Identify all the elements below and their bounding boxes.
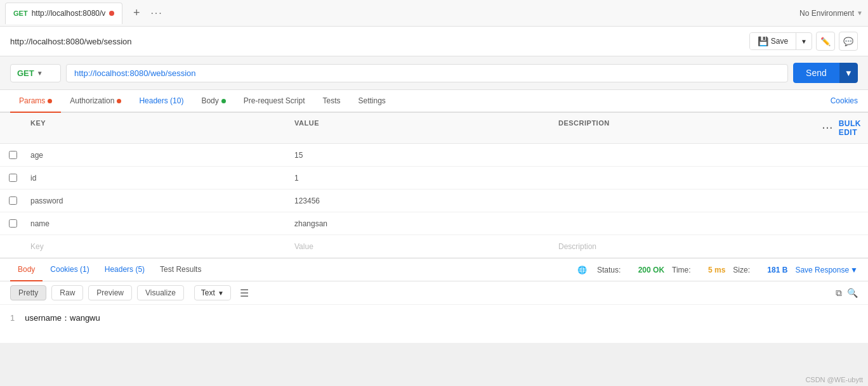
row-key-1[interactable]: age: [25, 147, 289, 164]
text-format-label: Text: [201, 288, 215, 297]
save-chevron-icon: ▼: [801, 38, 807, 45]
wrap-lines-button[interactable]: ☰: [236, 286, 253, 300]
format-icons: ⧉ 🔍: [836, 288, 858, 299]
edit-icon-button[interactable]: ✏️: [816, 32, 835, 51]
tab-body[interactable]: Body: [192, 90, 234, 113]
row-desc-new[interactable]: Description: [553, 238, 817, 255]
format-visualize-button[interactable]: Visualize: [137, 285, 184, 300]
table-row: password 123456: [0, 190, 868, 212]
row-actions-1: [817, 151, 868, 159]
new-tab-button[interactable]: +: [128, 4, 145, 22]
row-desc-4[interactable]: [553, 220, 817, 228]
row-value-3[interactable]: 123456: [289, 193, 553, 209]
save-response-chevron-icon: ▼: [850, 266, 858, 274]
tab-url: http://localhost:8080/v: [32, 9, 106, 18]
row-checkbox-3[interactable]: [0, 193, 25, 209]
checkbox-password[interactable]: [9, 196, 17, 205]
tab-tests[interactable]: Tests: [313, 90, 349, 113]
th-value: VALUE: [289, 117, 553, 139]
tab-modified-dot: [109, 11, 114, 16]
format-preview-button[interactable]: Preview: [88, 285, 132, 300]
checkbox-age[interactable]: [9, 151, 17, 159]
env-label: No Environment: [799, 9, 854, 18]
row-value-4[interactable]: zhangsan: [289, 216, 553, 232]
row-desc-2[interactable]: [553, 174, 817, 182]
row-checkbox-2[interactable]: [0, 170, 25, 186]
resp-tab-cookies[interactable]: Cookies (1): [43, 259, 96, 281]
save-label: Save: [771, 37, 788, 46]
request-bar: GET ▼ Send ▼: [0, 56, 868, 90]
row-checkbox-1[interactable]: [0, 147, 25, 163]
size-value: 181 B: [767, 266, 787, 274]
method-selector[interactable]: GET ▼: [10, 64, 61, 82]
more-dots-icon[interactable]: ···: [822, 123, 834, 133]
more-tabs-button[interactable]: ···: [150, 8, 162, 19]
send-button[interactable]: Send: [793, 63, 839, 83]
row-value-1[interactable]: 15: [289, 147, 553, 164]
body-dot: [221, 99, 226, 103]
format-bar: Pretty Raw Preview Visualize Text ▼ ☰ ⧉ …: [0, 281, 868, 305]
checkbox-id[interactable]: [9, 174, 17, 182]
cookies-link[interactable]: Cookies: [831, 90, 858, 112]
send-dropdown-button[interactable]: ▼: [839, 63, 858, 83]
save-button[interactable]: 💾 Save: [750, 33, 796, 49]
response-code-line1: username：wangwu: [25, 313, 100, 323]
checkbox-name[interactable]: [9, 219, 17, 228]
row-key-4[interactable]: name: [25, 216, 289, 232]
params-dot: [48, 99, 52, 103]
row-checkbox-new: [0, 243, 25, 250]
format-raw-button[interactable]: Raw: [51, 285, 83, 300]
status-info: 🌐 Status: 200 OK Time: 5 ms Size: 181 B …: [577, 266, 858, 274]
resp-tab-body[interactable]: Body: [10, 259, 43, 281]
text-format-selector[interactable]: Text ▼: [194, 285, 231, 300]
status-label: Status:: [597, 266, 621, 274]
row-key-2[interactable]: id: [25, 170, 289, 186]
request-tabs: Params Authorization Headers (10) Body P…: [0, 90, 868, 113]
table-header: KEY VALUE DESCRIPTION ··· Bulk Edit: [0, 113, 868, 144]
tab-pre-request[interactable]: Pre-request Script: [235, 90, 314, 113]
row-value-new[interactable]: Value: [289, 238, 553, 255]
wrap-lines-icon: ☰: [240, 288, 249, 299]
table-row: id 1: [0, 167, 868, 190]
search-icon-button[interactable]: 🔍: [847, 288, 858, 299]
tab-settings[interactable]: Settings: [350, 90, 395, 113]
url-section: http://localhost:8080/web/session 💾 Save…: [0, 27, 868, 56]
url-input[interactable]: [66, 64, 788, 82]
save-disk-icon: 💾: [758, 36, 768, 46]
row-value-2[interactable]: 1: [289, 170, 553, 186]
th-checkbox: [0, 117, 25, 139]
row-key-new[interactable]: Key: [25, 238, 289, 255]
tab-params[interactable]: Params: [10, 90, 61, 113]
bulk-edit-button[interactable]: Bulk Edit: [839, 119, 863, 137]
row-key-3[interactable]: password: [25, 193, 289, 209]
resp-tab-headers[interactable]: Headers (5): [97, 259, 152, 281]
save-response-button[interactable]: Save Response ▼: [795, 266, 858, 274]
env-chevron-icon: ▼: [857, 10, 863, 16]
table-row: age 15: [0, 144, 868, 167]
response-body: 1username：wangwu: [0, 305, 868, 343]
resp-tab-test-results[interactable]: Test Results: [152, 259, 209, 281]
environment-selector[interactable]: No Environment ▼: [799, 9, 863, 18]
comment-icon-button[interactable]: 💬: [839, 32, 858, 51]
row-desc-3[interactable]: [553, 197, 817, 205]
auth-dot: [117, 99, 121, 103]
save-dropdown-button[interactable]: ▼: [796, 33, 812, 49]
th-actions: ··· Bulk Edit: [817, 117, 868, 139]
table-row: name zhangsan: [0, 212, 868, 235]
active-tab[interactable]: GET http://localhost:8080/v: [5, 3, 122, 24]
copy-icon-button[interactable]: ⧉: [836, 288, 842, 299]
tab-method: GET: [13, 10, 28, 17]
top-bar: GET http://localhost:8080/v + ··· No Env…: [0, 0, 868, 27]
row-desc-1[interactable]: [553, 151, 817, 159]
tab-headers[interactable]: Headers (10): [130, 90, 192, 113]
tab-authorization[interactable]: Authorization: [61, 90, 130, 113]
request-title: http://localhost:8080/web/session: [10, 37, 744, 46]
status-code: 200 OK: [638, 266, 664, 274]
row-checkbox-4[interactable]: [0, 216, 25, 231]
format-pretty-button[interactable]: Pretty: [10, 285, 46, 300]
method-chevron-icon: ▼: [37, 70, 43, 77]
response-tabs: Body Cookies (1) Headers (5) Test Result…: [0, 259, 868, 281]
row-actions-3: [817, 197, 868, 205]
size-label: Size:: [733, 266, 750, 274]
send-chevron-icon: ▼: [845, 68, 853, 78]
